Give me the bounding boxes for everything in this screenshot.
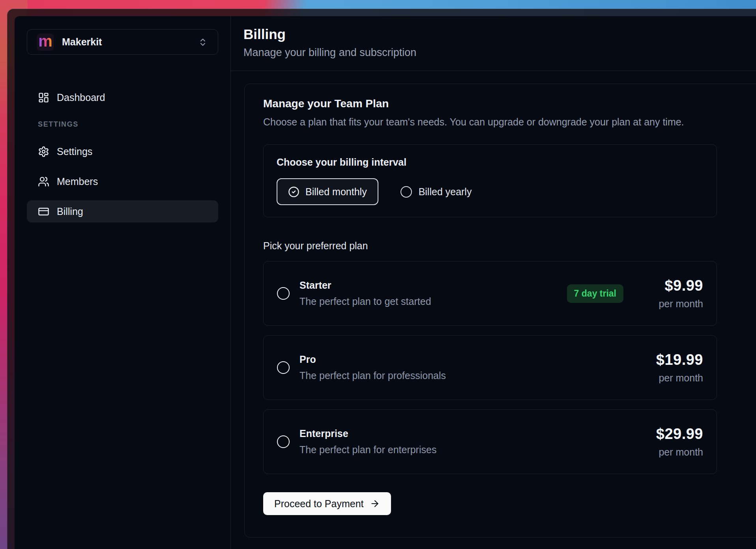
team-plan-card: Manage your Team Plan Choose a plan that… — [244, 84, 756, 538]
billing-interval-label: Choose your billing interval — [277, 157, 704, 168]
billed-yearly-option[interactable]: Billed yearly — [400, 186, 472, 198]
radio-circle-icon — [400, 186, 412, 198]
sidebar-nav: Dashboard SETTINGS Settings Members Bill… — [27, 86, 218, 222]
gear-icon — [38, 146, 49, 157]
layout-dashboard-icon — [38, 92, 49, 103]
workspace-selector[interactable]: m Makerkit — [27, 29, 218, 55]
card-title: Manage your Team Plan — [263, 97, 724, 110]
plan-row-enterprise[interactable]: Enterprise The perfect plan for enterpri… — [263, 409, 717, 474]
sidebar-item-label: Dashboard — [57, 92, 105, 103]
plan-row-starter[interactable]: Starter The perfect plan to get started … — [263, 261, 717, 326]
trial-badge: 7 day trial — [567, 284, 623, 303]
plan-radio[interactable] — [277, 361, 290, 374]
page-header: Billing Manage your billing and subscrip… — [231, 16, 756, 71]
plan-info: Starter The perfect plan to get started — [299, 280, 567, 307]
billing-interval-group: Choose your billing interval Billed mont… — [263, 144, 717, 217]
workspace-name: Makerkit — [62, 36, 198, 48]
plan-description: The perfect plan to get started — [299, 296, 567, 307]
billed-monthly-label: Billed monthly — [305, 186, 367, 198]
plan-radio[interactable] — [277, 435, 290, 448]
sidebar-item-billing[interactable]: Billing — [27, 200, 218, 222]
sidebar-item-label: Billing — [57, 206, 83, 217]
billing-interval-options: Billed monthly Billed yearly — [277, 178, 704, 205]
plans-label: Pick your preferred plan — [263, 240, 724, 252]
billed-yearly-label: Billed yearly — [419, 186, 472, 198]
billed-monthly-option[interactable]: Billed monthly — [277, 178, 378, 205]
proceed-to-payment-button[interactable]: Proceed to Payment — [263, 492, 391, 515]
credit-card-icon — [38, 206, 49, 217]
plan-description: The perfect plan for enterprises — [299, 444, 640, 456]
plan-price: $9.99 per month — [640, 277, 703, 310]
sidebar-item-members[interactable]: Members — [27, 170, 218, 192]
price-period: per month — [640, 372, 703, 384]
price-period: per month — [640, 446, 703, 458]
plan-name: Pro — [299, 354, 640, 365]
price-amount: $29.99 — [640, 426, 703, 443]
plan-info: Enterprise The perfect plan for enterpri… — [299, 428, 640, 456]
sidebar-section-label: SETTINGS — [38, 120, 218, 129]
sidebar-item-dashboard[interactable]: Dashboard — [27, 86, 218, 108]
sidebar-item-label: Members — [57, 176, 98, 187]
plan-price: $29.99 per month — [640, 426, 703, 458]
users-icon — [38, 176, 49, 187]
makerkit-logo-letter: m — [38, 33, 52, 49]
plan-name: Starter — [299, 280, 567, 291]
plan-price: $19.99 per month — [640, 351, 703, 384]
sidebar-item-label: Settings — [57, 146, 92, 157]
plan-description: The perfect plan for professionals — [299, 370, 640, 381]
page-title: Billing — [243, 26, 756, 42]
plan-row-pro[interactable]: Pro The perfect plan for professionals $… — [263, 335, 717, 400]
app-content: m Makerkit Dashboard SETTINGS Settings M — [15, 16, 756, 549]
makerkit-logo: m — [37, 34, 54, 51]
arrow-right-icon — [370, 499, 380, 509]
card-description: Choose a plan that fits your team's need… — [263, 116, 724, 128]
price-amount: $19.99 — [640, 351, 703, 368]
page-subtitle: Manage your billing and subscription — [243, 47, 756, 59]
price-period: per month — [640, 298, 703, 310]
plan-info: Pro The perfect plan for professionals — [299, 354, 640, 381]
sidebar-item-settings[interactable]: Settings — [27, 140, 218, 162]
price-amount: $9.99 — [640, 277, 703, 294]
plan-name: Enterprise — [299, 428, 640, 439]
main-panel: Billing Manage your billing and subscrip… — [231, 16, 756, 549]
proceed-to-payment-label: Proceed to Payment — [274, 498, 364, 510]
plan-radio[interactable] — [277, 287, 290, 300]
app-window: m Makerkit Dashboard SETTINGS Settings M — [7, 9, 756, 549]
sidebar: m Makerkit Dashboard SETTINGS Settings M — [15, 16, 231, 549]
chevrons-up-down-icon — [198, 37, 208, 47]
circle-check-icon — [288, 186, 299, 198]
